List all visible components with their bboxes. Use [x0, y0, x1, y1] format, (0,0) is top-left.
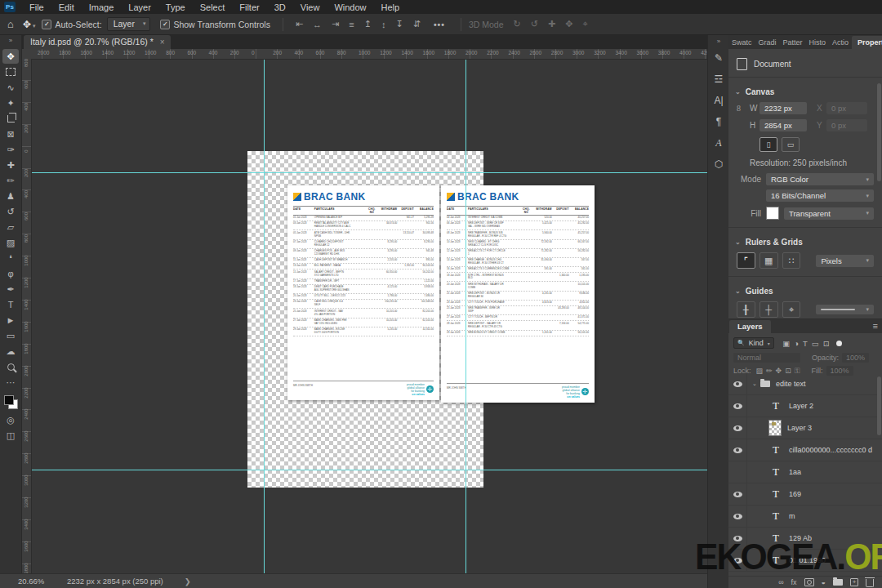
align-horizontal-centers-icon[interactable]: ↔ — [308, 20, 327, 29]
menu-help[interactable]: Help — [374, 2, 408, 13]
layer-filter-dropdown[interactable]: 🔍 Kind ▾ — [733, 337, 774, 349]
new-group-icon[interactable] — [833, 579, 843, 586]
marquee-tool[interactable] — [2, 65, 19, 79]
menu-image[interactable]: Image — [82, 2, 122, 13]
visibility-toggle[interactable] — [728, 395, 747, 416]
glyphs-panel-icon[interactable]: A — [710, 134, 728, 152]
3d-panel-icon[interactable]: ⬡ — [710, 155, 728, 173]
new-layer-icon[interactable]: + — [850, 578, 858, 586]
lock-guides-button[interactable]: ┼ — [760, 301, 778, 318]
expand-panels-icon[interactable]: » — [710, 36, 728, 46]
layer-row[interactable]: Tm — [728, 506, 882, 528]
more-options-icon[interactable]: ••• — [425, 20, 453, 29]
zoom-level-field[interactable]: 20.66% — [18, 577, 67, 586]
3d-orbit-icon[interactable]: ↻ — [509, 19, 526, 29]
align-right-edges-icon[interactable]: ⇥ — [327, 19, 344, 29]
delete-layer-icon[interactable] — [866, 577, 874, 587]
link-layers-icon[interactable]: ∞ — [778, 578, 783, 586]
menu-filter[interactable]: Filter — [232, 2, 266, 13]
home-icon[interactable]: ⌂ — [7, 18, 14, 30]
layer-row[interactable]: TLayer 2 — [728, 395, 882, 417]
pen-tool[interactable]: ✒ — [2, 282, 19, 296]
gradient-tool[interactable]: ▨ — [2, 235, 19, 250]
new-guides-button[interactable]: ╂ — [737, 301, 755, 318]
visibility-toggle[interactable] — [728, 439, 747, 461]
fill-dropdown[interactable]: Transparent▾ — [784, 207, 874, 220]
menu-window[interactable]: Window — [327, 2, 373, 13]
3d-slide-icon[interactable]: ✥ — [560, 19, 577, 29]
toggle-snap-button[interactable]: ∷ — [782, 252, 801, 269]
type-tool[interactable]: T — [2, 297, 19, 312]
panel-tab-properties[interactable]: Properties — [852, 36, 882, 49]
canvas-viewport[interactable]: BRAC BANKDATEPARTICULARSCHQ. NOWITHDRAWD… — [32, 59, 707, 574]
rulers-grids-section-header[interactable]: ⌄Rulers & Grids — [728, 233, 882, 251]
menu-view[interactable]: View — [293, 2, 327, 13]
orientation-landscape-button[interactable]: ▭ — [782, 137, 800, 152]
visibility-toggle[interactable] — [728, 483, 747, 505]
add-mask-icon[interactable] — [804, 578, 814, 586]
height-field[interactable]: 2854 px — [760, 119, 807, 131]
zoom-tool[interactable] — [2, 359, 19, 374]
toggle-rulers-button[interactable]: ⌜ — [737, 252, 755, 269]
guide-style-dropdown[interactable]: ▾ — [816, 305, 874, 314]
vertical-ruler[interactable]: 8006004002000200400600800100012001400160… — [21, 59, 32, 574]
filter-adjustment-layers-icon[interactable]: ◑ — [792, 339, 801, 348]
brushes-panel-icon[interactable]: ✎ — [710, 49, 728, 67]
auto-select-target-dropdown[interactable]: Layer▾ — [107, 17, 151, 31]
layer-style-icon[interactable]: fx — [791, 578, 797, 586]
layer-row[interactable]: T169 — [728, 483, 882, 506]
shape-tool[interactable]: ▭ — [2, 328, 19, 343]
align-left-edges-icon[interactable]: ⇤ — [291, 19, 308, 29]
tool-preset-arrow-icon[interactable]: ▾ — [33, 23, 36, 29]
brush-tool[interactable]: ✏ — [2, 173, 19, 188]
screen-mode-icon[interactable]: ◫ — [2, 428, 19, 443]
layer-row[interactable]: Tcilla0000000...ccccccc0 d — [728, 439, 882, 461]
quick-selection-tool[interactable]: ✦ — [2, 96, 19, 110]
visibility-toggle[interactable] — [728, 506, 747, 527]
units-dropdown[interactable]: Pixels▾ — [816, 255, 874, 267]
paragraph-panel-icon[interactable]: ¶ — [710, 113, 728, 131]
menu-layer[interactable]: Layer — [121, 2, 158, 13]
visibility-toggle[interactable] — [728, 417, 747, 439]
auto-select-checkbox[interactable]: ✓ — [42, 20, 51, 29]
link-dimensions-icon[interactable]: 8 — [737, 104, 750, 113]
align-top-edges-icon[interactable]: ≡ — [344, 20, 359, 29]
panel-tab-gradi[interactable]: Gradi — [755, 36, 780, 49]
edit-toolbar-icon[interactable]: ⋯ — [2, 375, 19, 390]
3d-camera-icon[interactable]: ⌖ — [577, 19, 592, 29]
panel-tab-actio[interactable]: Actio — [829, 36, 852, 49]
visibility-toggle[interactable] — [728, 373, 747, 394]
eyedropper-tool[interactable]: ✑ — [2, 142, 19, 157]
distribute-vertical-icon[interactable]: ↕ — [376, 20, 391, 29]
hand-tool[interactable]: ☁ — [2, 344, 19, 359]
filter-shape-layers-icon[interactable]: ▭ — [809, 339, 821, 348]
layer-row[interactable]: T1aa — [728, 461, 882, 483]
blur-tool[interactable]: ❛ — [2, 251, 19, 265]
visibility-toggle[interactable] — [728, 461, 747, 483]
document-tab[interactable]: Italy id.psd @ 20.7% (RGB/16) * × — [24, 35, 171, 49]
path-select-tool[interactable]: ► — [2, 313, 19, 327]
filter-type-layers-icon[interactable]: T — [801, 339, 810, 348]
move-tool[interactable]: ✥ — [2, 49, 19, 64]
move-tool-options-icon[interactable]: ✥ — [23, 19, 31, 30]
lasso-tool[interactable]: ∿ — [2, 80, 19, 95]
filter-toggle-icon[interactable] — [836, 341, 842, 346]
photoshop-logo-icon[interactable]: Ps — [4, 2, 16, 12]
distribute-horizontal-icon[interactable]: ⇵ — [408, 19, 425, 29]
filter-pixel-layers-icon[interactable]: ▣ — [781, 339, 792, 348]
show-transform-checkbox[interactable]: ✓ — [160, 20, 170, 29]
healing-brush-tool[interactable]: ✚ — [2, 158, 19, 172]
distribute-bottom-icon[interactable]: ↧ — [390, 19, 408, 29]
foreground-color-swatch[interactable] — [4, 395, 14, 405]
panel-tab-patter[interactable]: Patter — [780, 36, 806, 49]
layers-scrollbar[interactable] — [877, 376, 881, 435]
status-options-icon[interactable]: ❯ — [185, 577, 191, 586]
color-swatches[interactable] — [4, 395, 18, 409]
crop-tool[interactable] — [2, 111, 19, 126]
menu-3d[interactable]: 3D — [267, 2, 293, 13]
clone-stamp-tool[interactable]: ♟ — [2, 189, 19, 203]
panel-tab-histo[interactable]: Histo — [806, 36, 830, 49]
menu-type[interactable]: Type — [158, 2, 193, 13]
filter-smart-objects-icon[interactable]: ⊡ — [821, 339, 831, 348]
brush-settings-panel-icon[interactable]: ☲ — [710, 70, 728, 88]
